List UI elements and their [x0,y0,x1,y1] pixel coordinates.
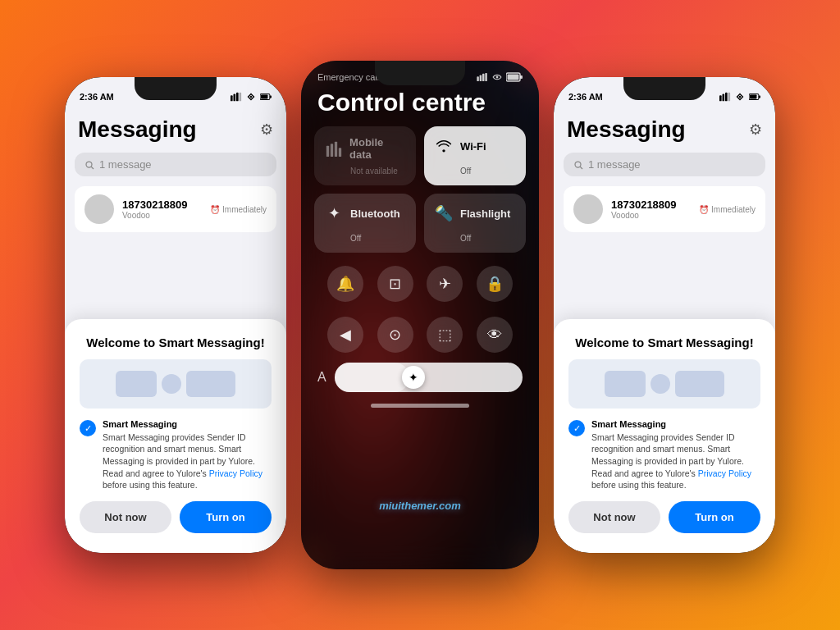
svg-rect-23 [723,94,725,102]
tile-top-wifi: Wi-Fi [434,136,516,156]
mobile-data-icon [324,139,343,158]
illus-bar-r1 [605,371,646,397]
privacy-link-right[interactable]: Privacy Policy [698,468,751,478]
gear-icon-left[interactable]: ⚙ [260,121,273,139]
svg-rect-25 [728,93,731,102]
flashlight-icon: 🔦 [434,203,454,223]
msg-sub-right: Voodoo [611,211,691,220]
cc-icon-row-1: 🔔 ⊡ ✈ 🔒 [313,261,527,307]
bluetooth-icon: ✦ [324,203,344,223]
msg-title-right: Messaging [567,116,686,143]
svg-point-14 [496,76,499,79]
svg-rect-7 [270,96,272,98]
svg-rect-29 [759,96,760,98]
time-icon-right: ⏰ [699,205,709,214]
msg-number-left: 18730218809 [122,199,202,211]
tile-wifi[interactable]: Wi-Fi Off [424,126,526,185]
scan-icon[interactable]: ⬚ [427,317,463,353]
bell-icon[interactable]: 🔔 [327,266,363,302]
tile-status-bluetooth: Off [324,234,406,243]
sheet-buttons-left: Not now Turn on [80,501,272,533]
watermark: miuithemer.com [379,500,461,512]
illus-bar-r2 [651,374,670,394]
svg-rect-0 [231,95,233,101]
svg-rect-21 [338,148,340,157]
svg-rect-12 [482,74,485,81]
right-phone: 2:36 AM Messaging ⚙ 1 message 1873021880… [554,77,775,553]
avatar-left [84,194,114,224]
not-now-button-right[interactable]: Not now [568,501,660,533]
svg-rect-28 [750,95,756,99]
tile-top-flashlight: 🔦 Flashlight [434,203,516,223]
sheet-title-left: Welcome to Smart Messaging! [80,336,272,349]
message-row-right[interactable]: 18730218809 Voodoo ⏰ Immediately [564,186,765,232]
avatar-right [573,194,603,224]
bottom-sheet-left: Welcome to Smart Messaging! ✓ Smart Mess… [65,319,286,553]
svg-point-8 [86,162,92,167]
svg-rect-22 [719,95,722,101]
cc-title: Control centre [313,85,527,126]
cc-status-icons [477,72,523,82]
tile-status-mobile: Not available [324,167,406,176]
text-size-icon: A [317,370,326,385]
msg-title-left: Messaging [78,116,197,143]
illus-bar-1 [116,371,157,397]
svg-rect-24 [725,93,728,102]
left-screen: 2:36 AM Messaging ⚙ 1 message 1873021880… [65,77,286,553]
location-icon[interactable]: ◀ [327,317,363,353]
svg-line-31 [580,167,582,169]
cc-icon-row-2: ◀ ⊙ ⬚ 👁 [313,312,527,358]
tile-mobile-data[interactable]: Mobile data Not available [314,126,416,185]
preview-illustration-right [568,359,760,409]
brightness-knob: ✦ [402,366,425,389]
not-now-button-left[interactable]: Not now [80,501,171,533]
illus-bar-2 [162,374,181,394]
tile-flashlight[interactable]: 🔦 Flashlight Off [424,194,526,253]
sheet-title-right: Welcome to Smart Messaging! [568,336,760,349]
time-left: 2:36 AM [80,92,114,102]
tile-name-mobile: Mobile data [349,136,406,161]
brightness-fill [335,363,410,392]
svg-rect-13 [485,73,487,81]
tile-top-mobile: Mobile data [324,136,406,161]
search-bar-left[interactable]: 1 message [75,153,276,176]
svg-point-4 [250,96,253,98]
sm-text-right: Smart Messaging Smart Messaging provides… [591,418,760,491]
cc-content: Emergency calls › Control centre [301,61,539,569]
msg-time-left: ⏰ Immediately [210,205,267,214]
brightness-slider[interactable]: ✦ [335,363,523,392]
sm-text-left: Smart Messaging Smart Messaging provides… [103,418,272,491]
tile-name-flashlight: Flashlight [460,208,510,220]
message-row-left[interactable]: 18730218809 Voodoo ⏰ Immediately [75,186,276,232]
svg-rect-1 [234,94,236,102]
search-bar-right[interactable]: 1 message [564,153,765,176]
tile-status-flashlight: Off [434,234,516,243]
preview-illustration-left [80,359,272,409]
turn-on-button-left[interactable]: Turn on [180,501,272,533]
lock-icon[interactable]: 🔒 [477,266,513,302]
notch [135,77,217,100]
cc-tiles-grid: Mobile data Not available Wi-Fi Off [313,126,527,253]
illus-bar-r3 [675,371,724,397]
wifi-icon [434,136,454,156]
svg-point-30 [575,162,581,167]
gear-icon-right[interactable]: ⚙ [749,121,762,139]
focus-icon[interactable]: ⊙ [377,317,413,353]
privacy-link-left[interactable]: Privacy Policy [209,468,262,478]
smart-messaging-row-right: ✓ Smart Messaging Smart Messaging provid… [568,418,760,491]
svg-rect-18 [326,146,328,157]
turn-on-button-right[interactable]: Turn on [669,501,760,533]
screen-mirror-icon[interactable]: ⊡ [377,266,413,302]
svg-rect-16 [508,75,519,80]
messaging-screen-right: 2:36 AM Messaging ⚙ 1 message 1873021880… [554,77,775,553]
time-right: 2:36 AM [568,92,603,102]
svg-rect-6 [261,95,267,99]
check-circle-right: ✓ [568,420,585,436]
svg-rect-19 [330,144,332,157]
smart-messaging-row-left: ✓ Smart Messaging Smart Messaging provid… [80,418,272,491]
msg-time-right: ⏰ Immediately [699,205,756,214]
tile-top-bluetooth: ✦ Bluetooth [324,203,406,223]
airplane-icon[interactable]: ✈ [427,266,463,302]
eye-icon[interactable]: 👁 [477,317,513,353]
tile-bluetooth[interactable]: ✦ Bluetooth Off [314,194,416,253]
